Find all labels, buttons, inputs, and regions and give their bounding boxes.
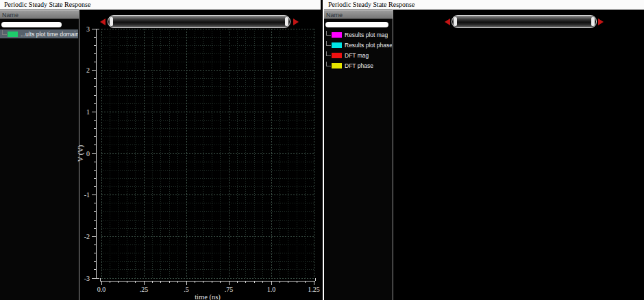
svg-text:0.0: 0.0 (97, 286, 106, 293)
scrollbar-waveform-preview (108, 16, 291, 27)
scrollbar-right-arrow-icon[interactable] (598, 18, 604, 25)
plot-overview-scrollbar (100, 15, 299, 29)
svg-text:2: 2 (86, 66, 90, 74)
svg-text:-2: -2 (84, 233, 90, 240)
svg-text:1.0: 1.0 (267, 286, 276, 293)
scrollbar-left-arrow-icon[interactable] (100, 18, 106, 25)
svg-text:V (V): V (V) (77, 145, 85, 162)
workspace: Periodic Steady State Response Name ...u… (0, 0, 644, 300)
scrollbar-left-arrow-icon[interactable] (445, 18, 450, 25)
pss-window-freq-domain: Periodic Steady State Response Name Resu… (323, 0, 644, 300)
plot-overview-scrollbar (445, 15, 604, 29)
svg-text:1: 1 (86, 108, 90, 116)
scrollbar-right-arrow-icon[interactable] (293, 18, 299, 25)
svg-text:-1: -1 (84, 191, 90, 199)
svg-text:3: 3 (86, 25, 90, 33)
scrollbar-track[interactable] (451, 15, 597, 28)
svg-text:time (ns): time (ns) (195, 293, 221, 300)
time-domain-plot-canvas[interactable]: 0.0.25.5.751.01.25time (ns)3210-1-2-3V (… (0, 0, 321, 300)
svg-text:.75: .75 (225, 286, 234, 293)
pss-window-time-domain: Periodic Steady State Response Name ...u… (0, 0, 321, 300)
scrollbar-spectrum-preview (452, 16, 597, 27)
svg-text:.25: .25 (140, 286, 149, 293)
svg-text:-3: -3 (84, 275, 90, 282)
svg-text:0: 0 (86, 150, 90, 158)
freq-domain-plot-canvas[interactable] (323, 0, 644, 300)
svg-text:1.25: 1.25 (308, 286, 320, 293)
scrollbar-track[interactable] (108, 15, 290, 28)
svg-text:.5: .5 (184, 286, 189, 293)
